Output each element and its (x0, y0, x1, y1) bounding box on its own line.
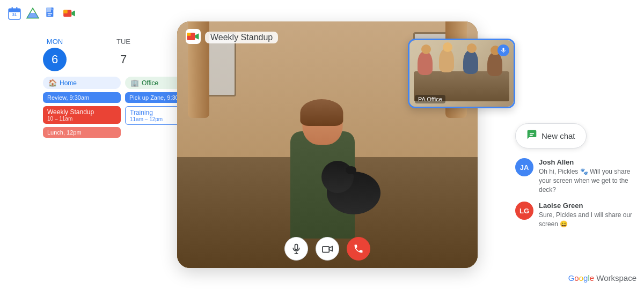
gws-google-text: G (568, 273, 575, 282)
tuesday-label: TUE (116, 38, 130, 46)
gws-e: e (590, 273, 594, 282)
new-chat-button[interactable]: New chat (515, 123, 587, 148)
laoise-name: Laoise Green (539, 202, 639, 210)
gws-workspace: Workspace (594, 273, 636, 282)
josh-text: Oh hi, Pickles 🐾 Will you share your scr… (539, 167, 639, 194)
chat-messages: JA Josh Allen Oh hi, Pickles 🐾 Will you … (515, 158, 639, 229)
pa-office-label: PA Office (415, 95, 445, 103)
gws-o2: o (579, 273, 583, 282)
laoise-avatar: LG (515, 202, 533, 220)
svg-rect-13 (48, 13, 53, 14)
home-badge: 🏠 Home (43, 77, 121, 89)
google-workspace-logo: Google Workspace (568, 273, 636, 282)
dog-silhouette (321, 161, 397, 241)
person-4 (487, 52, 502, 76)
svg-rect-3 (12, 7, 13, 11)
office-icon: 🏢 (130, 79, 139, 87)
office-label: Office (142, 79, 158, 87)
docs-icon[interactable] (44, 6, 58, 20)
end-call-button[interactable] (347, 237, 370, 261)
josh-avatar: JA (515, 158, 533, 176)
svg-marker-7 (27, 13, 39, 18)
josh-name: Josh Allen (539, 158, 639, 166)
microphone-button[interactable] (284, 237, 308, 261)
pa-office-background: PA Office (409, 40, 514, 107)
svg-rect-25 (323, 247, 330, 252)
calendar-icon[interactable]: 31 (8, 6, 21, 20)
chat-message-laoise: LG Laoise Green Sure, Pickles and I will… (515, 202, 639, 229)
video-header: Weekly Standup (186, 29, 278, 46)
svg-rect-17 (63, 10, 68, 14)
chat-message-josh: JA Josh Allen Oh hi, Pickles 🐾 Will you … (515, 158, 639, 194)
svg-rect-30 (530, 135, 533, 136)
laoise-bubble: Laoise Green Sure, Pickles and I will sh… (539, 202, 639, 229)
svg-rect-1 (9, 9, 20, 12)
svg-rect-4 (16, 7, 17, 11)
svg-marker-16 (71, 11, 75, 17)
camera-button[interactable] (316, 237, 339, 261)
svg-rect-22 (295, 244, 298, 250)
tuesday-column: TUE 7 (112, 38, 135, 71)
tuesday-number: 7 (112, 48, 135, 71)
monday-number: 6 (43, 48, 67, 71)
chat-panel: New chat JA Josh Allen Oh hi, Pickles 🐾 … (515, 123, 639, 229)
lunch-event[interactable]: Lunch, 12pm (43, 127, 121, 138)
pa-office-thumbnail[interactable]: PA Office (408, 39, 515, 108)
face-3 (467, 43, 477, 53)
new-chat-label: New chat (541, 131, 575, 140)
pa-mic-icon (497, 44, 509, 56)
svg-marker-26 (329, 247, 332, 251)
drive-icon[interactable] (26, 6, 40, 20)
person-3 (463, 50, 478, 74)
meet-logo-header (186, 29, 201, 46)
home-label: Home (60, 79, 77, 87)
video-call-title: Weekly Standup (205, 32, 278, 43)
svg-rect-10 (46, 8, 51, 12)
monday-label: MON (47, 38, 63, 46)
monday-events: 🏠 Home Review, 9:30am Weekly Standup 10 … (43, 77, 121, 138)
gws-o1: o (574, 273, 579, 282)
josh-bubble: Josh Allen Oh hi, Pickles 🐾 Will you sha… (539, 158, 639, 194)
monday-column: MON 6 (43, 38, 67, 71)
video-controls (284, 237, 370, 261)
svg-rect-29 (530, 133, 534, 135)
svg-rect-21 (187, 33, 191, 36)
face-2 (443, 42, 452, 52)
svg-rect-27 (503, 48, 504, 51)
svg-text:31: 31 (12, 12, 17, 17)
chat-icon (526, 129, 537, 143)
app-icon-bar: 31 (8, 6, 76, 20)
meet-icon[interactable] (62, 6, 76, 20)
review-event[interactable]: Review, 9:30am (43, 92, 121, 103)
standup-event[interactable]: Weekly Standup 10 – 11am (43, 106, 121, 124)
laoise-text: Sure, Pickles and I will share our scree… (539, 211, 639, 229)
face-1 (421, 44, 431, 54)
person-1 (418, 51, 433, 75)
home-icon: 🏠 (48, 79, 57, 87)
svg-rect-14 (48, 15, 52, 16)
